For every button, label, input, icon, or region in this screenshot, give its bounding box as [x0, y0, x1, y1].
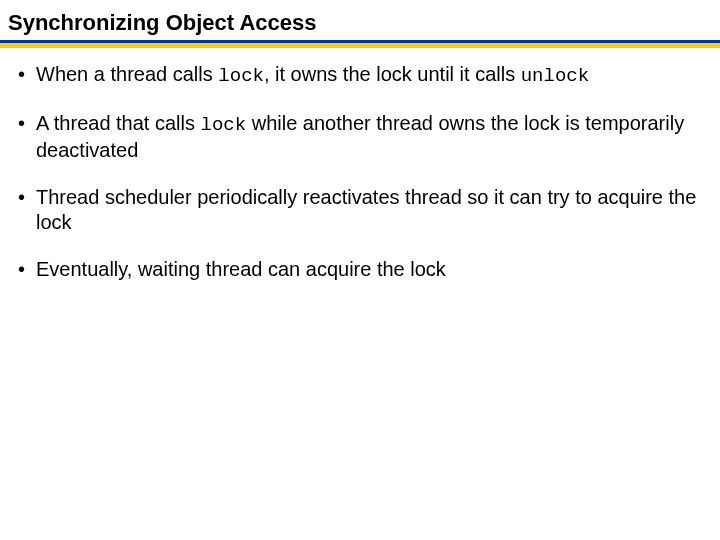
bullet-text: , it owns the lock until it calls	[264, 63, 521, 85]
code-span: lock	[218, 65, 264, 87]
bullet-item: Thread scheduler periodically reactivate…	[14, 185, 706, 235]
bullet-text: When a thread calls	[36, 63, 218, 85]
bullet-text: Eventually, waiting thread can acquire t…	[36, 258, 446, 280]
bullet-item: A thread that calls lock while another t…	[14, 111, 706, 163]
title-block: Synchronizing Object Access	[0, 0, 720, 36]
content-area: When a thread calls lock, it owns the lo…	[0, 48, 720, 282]
bullet-list: When a thread calls lock, it owns the lo…	[14, 62, 706, 282]
bullet-text: Thread scheduler periodically reactivate…	[36, 186, 696, 233]
bullet-item: Eventually, waiting thread can acquire t…	[14, 257, 706, 282]
bullet-item: When a thread calls lock, it owns the lo…	[14, 62, 706, 89]
bullet-text: A thread that calls	[36, 112, 201, 134]
slide-title: Synchronizing Object Access	[8, 10, 712, 36]
slide: Synchronizing Object Access When a threa…	[0, 0, 720, 540]
title-underline	[0, 40, 720, 48]
code-span: lock	[201, 114, 247, 136]
code-span: unlock	[521, 65, 589, 87]
